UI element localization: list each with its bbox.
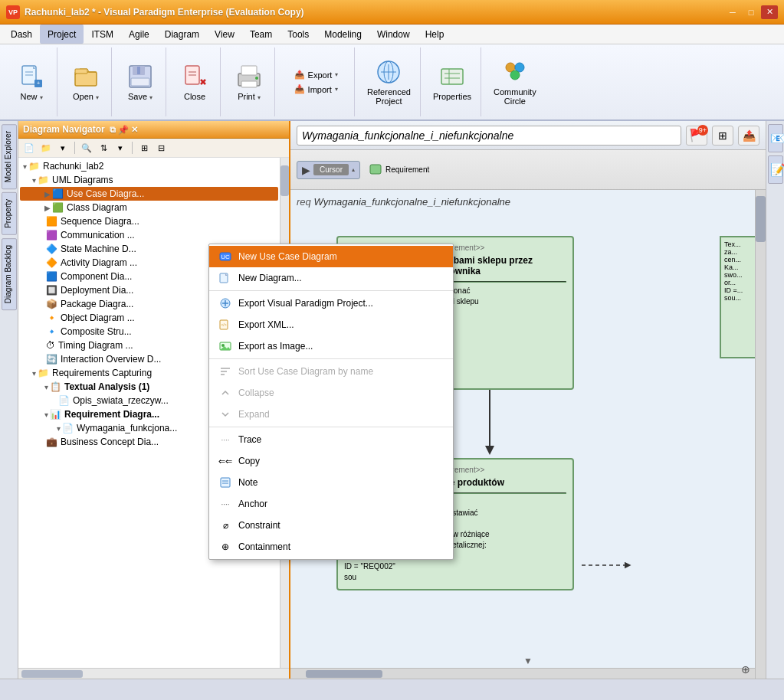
ctx-copy[interactable]: ⇐⇐ Copy <box>209 450 453 472</box>
component-label: Component Dia... <box>61 271 132 282</box>
composite-icon: 🔹 <box>46 326 57 337</box>
menu-help[interactable]: Help <box>418 25 452 44</box>
nav-filter-btn[interactable]: 🔍 <box>79 141 94 155</box>
textual-expand[interactable]: ▾ <box>44 383 48 391</box>
ctx-anchor[interactable]: ···· Anchor <box>209 493 453 515</box>
close-button[interactable]: ✕ <box>761 5 778 19</box>
diagram-export-icon[interactable]: 📤 <box>738 126 759 146</box>
tree-class[interactable]: ▶ 🟩 Class Diagram <box>20 201 278 214</box>
nav-hscrollbar-thumb[interactable] <box>21 670 83 678</box>
reqdiag-expand[interactable]: ▾ <box>44 411 48 419</box>
menu-team[interactable]: Team <box>242 25 280 44</box>
uml-expand[interactable]: ▾ <box>32 176 36 185</box>
svg-text:UC: UC <box>221 254 230 260</box>
menu-diagram[interactable]: Diagram <box>157 25 207 44</box>
tree-uml-diagrams[interactable]: ▾ 📁 UML Diagrams <box>20 173 278 187</box>
nav-hscrollbar[interactable] <box>18 668 289 679</box>
tree-sequence[interactable]: 🟧 Sequence Diagra... <box>20 214 278 228</box>
ctx-usecase-icon: UC <box>218 250 232 263</box>
import-arrow: ▾ <box>335 86 338 93</box>
ctx-collapse-label: Collapse <box>238 388 274 398</box>
export-arrow: ▾ <box>335 71 338 78</box>
menu-tools[interactable]: Tools <box>280 25 317 44</box>
cursor-arrow-icon: ▴ <box>352 166 355 173</box>
nav-scrollbar-thumb[interactable] <box>280 165 289 196</box>
nav-icon-pin[interactable]: 📌 <box>118 125 129 135</box>
save-button[interactable]: Save ▾ <box>121 51 159 113</box>
nav-icon-restore[interactable]: ⧉ <box>110 125 116 135</box>
wymagania-expand[interactable]: ▾ <box>57 424 61 433</box>
tree-root[interactable]: ▾ 📁 Rachunki_lab2 <box>20 159 278 173</box>
model-explorer-tab[interactable]: Model Explorer <box>2 124 17 189</box>
property-tab[interactable]: Property <box>2 192 17 235</box>
class-expand[interactable]: ▶ <box>44 204 51 212</box>
nav-sort-btn[interactable]: ⇅ <box>96 141 111 155</box>
menu-project[interactable]: Project <box>40 25 84 44</box>
maximize-button[interactable]: □ <box>743 5 759 19</box>
ctx-note[interactable]: Note <box>209 472 453 493</box>
root-expand[interactable]: ▾ <box>23 162 27 171</box>
nav-collapse-btn[interactable]: ⊟ <box>153 141 169 155</box>
diagram-grid-icon[interactable]: ⊞ <box>712 126 733 146</box>
cursor-tool[interactable]: ▶ Cursor ▴ <box>297 161 360 179</box>
diagram-title-input[interactable] <box>297 126 681 146</box>
tree-communication[interactable]: 🟪 Communication ... <box>20 228 278 242</box>
nav-dropdown-btn[interactable]: ▾ <box>55 141 71 155</box>
ribbon-close-button[interactable]: Close <box>175 51 214 113</box>
tree-usecase[interactable]: ▶ 🟦 Use Case Diagra... <box>20 187 278 201</box>
save-icon <box>126 63 154 90</box>
menu-agile[interactable]: Agile <box>121 25 157 44</box>
ctx-containment[interactable]: ⊕ Containment <box>209 536 453 558</box>
right-tab-1[interactable]: 📧 <box>768 124 783 152</box>
svg-rect-19 <box>241 81 257 87</box>
svg-point-29 <box>510 70 520 80</box>
ref-project-button[interactable]: ReferencedProject <box>364 51 414 113</box>
ctx-expand-icon <box>218 407 232 421</box>
menu-itsm[interactable]: ITSM <box>84 25 121 44</box>
ctx-expand-label: Expand <box>238 409 270 420</box>
import-button[interactable]: 📥 Import ▾ <box>290 83 343 96</box>
reqdiag-icon: 📊 <box>50 409 61 420</box>
diagram-backlog-tab[interactable]: Diagram Backlog <box>2 238 17 310</box>
usecase-expand[interactable]: ▶ <box>44 190 51 198</box>
open-button[interactable]: Open ▾ <box>67 51 105 113</box>
nav-new-btn[interactable]: 📄 <box>21 141 37 155</box>
diagram-flag-icon[interactable]: 🚩 9+ <box>686 126 707 146</box>
req-cap-expand[interactable]: ▾ <box>32 369 36 378</box>
ctx-new-usecase[interactable]: UC New Use Case Diagram <box>209 246 453 267</box>
ctx-new-diagram[interactable]: New Diagram... <box>209 267 453 289</box>
ctx-constraint-icon: ⌀ <box>218 518 232 532</box>
menu-dash[interactable]: Dash <box>3 25 40 44</box>
print-button[interactable]: Print ▾ <box>230 51 268 113</box>
nav-folder-btn[interactable]: 📁 <box>38 141 54 155</box>
diagram-hscrollbar[interactable] <box>290 668 755 679</box>
new-button[interactable]: + New ▾ <box>12 51 51 113</box>
right-tab-2[interactable]: 📝 <box>768 155 783 184</box>
canvas-scroll-down[interactable]: ▼ <box>523 656 533 666</box>
diagram-vscrollbar[interactable] <box>755 190 766 679</box>
ctx-export-image-label: Export as Image... <box>238 341 313 352</box>
title-text: Rachunki_lab2 * - Visual Paradigm Enterp… <box>25 7 724 18</box>
diagram-vscrollbar-thumb[interactable] <box>756 196 766 242</box>
ctx-export-xml[interactable]: </> Export XML... <box>209 314 453 335</box>
menu-modeling[interactable]: Modeling <box>317 25 369 44</box>
status-bar <box>0 679 784 700</box>
ctx-export-vp[interactable]: Export Visual Paradigm Project... <box>209 293 453 314</box>
menu-view[interactable]: View <box>207 25 242 44</box>
export-button[interactable]: 📤 Export ▾ <box>290 68 343 81</box>
minimize-button[interactable]: ─ <box>724 5 741 19</box>
ctx-trace[interactable]: ···· Trace <box>209 429 453 450</box>
properties-button[interactable]: Properties <box>430 51 474 113</box>
nav-icon-close[interactable]: ✕ <box>131 125 138 135</box>
nav-expand-btn[interactable]: ⊞ <box>136 141 152 155</box>
print-icon <box>235 63 263 90</box>
ctx-export-image[interactable]: Export as Image... <box>209 335 453 357</box>
diagram-hscrollbar-thumb[interactable] <box>306 670 382 678</box>
class-label: Class Diagram <box>67 202 127 213</box>
community-button[interactable]: CommunityCircle <box>490 51 540 113</box>
ctx-constraint[interactable]: ⌀ Constraint <box>209 515 453 536</box>
nav-sort-dropdown[interactable]: ▾ <box>113 141 128 155</box>
export-label: Export <box>308 70 333 80</box>
requirement-tool[interactable]: Requirement <box>363 159 435 181</box>
menu-window[interactable]: Window <box>369 25 418 44</box>
